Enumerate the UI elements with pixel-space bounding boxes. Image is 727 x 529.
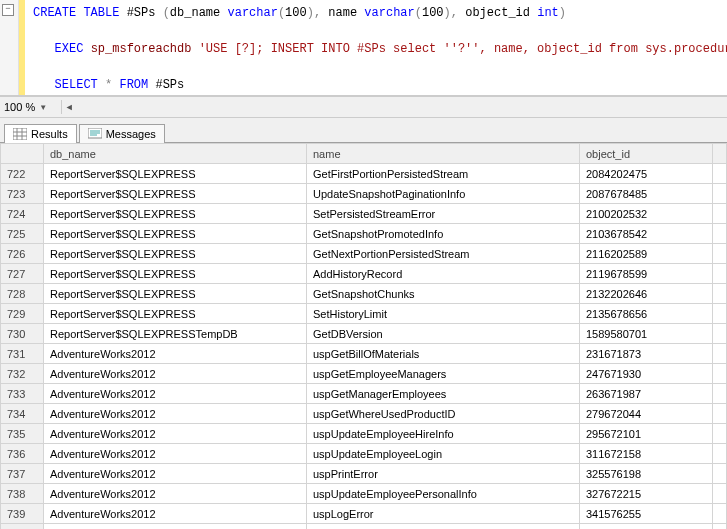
row-number[interactable]: 740 bbox=[1, 524, 44, 530]
row-number[interactable]: 729 bbox=[1, 304, 44, 324]
cell-db-name[interactable]: ReportServer$SQLEXPRESS bbox=[44, 164, 307, 184]
cell-object-id[interactable]: 2135678656 bbox=[580, 304, 713, 324]
cell-object-id[interactable]: 2087678485 bbox=[580, 184, 713, 204]
table-row[interactable]: 736AdventureWorks2012uspUpdateEmployeeLo… bbox=[1, 444, 727, 464]
row-number[interactable]: 727 bbox=[1, 264, 44, 284]
rowheader-blank[interactable] bbox=[1, 144, 44, 164]
row-number[interactable]: 730 bbox=[1, 324, 44, 344]
cell-db-name[interactable]: ReportServer$SQLEXPRESS bbox=[44, 244, 307, 264]
cell-object-id[interactable]: 2103678542 bbox=[580, 224, 713, 244]
cell-db-name[interactable]: AdventureWorks2012 bbox=[44, 504, 307, 524]
chevron-down-icon[interactable]: ▼ bbox=[39, 103, 47, 112]
row-number[interactable]: 731 bbox=[1, 344, 44, 364]
row-number[interactable]: 733 bbox=[1, 384, 44, 404]
cell-db-name[interactable]: AdventureWorks2012 bbox=[44, 384, 307, 404]
cell-name[interactable]: uspUpdateEmployeeLogin bbox=[307, 444, 580, 464]
row-number[interactable]: 739 bbox=[1, 504, 44, 524]
cell-db-name[interactable]: AdventureWorks2012 bbox=[44, 484, 307, 504]
cell-object-id[interactable]: 295672101 bbox=[580, 424, 713, 444]
table-row[interactable]: 732AdventureWorks2012uspGetEmployeeManag… bbox=[1, 364, 727, 384]
table-row[interactable]: 738AdventureWorks2012uspUpdateEmployeePe… bbox=[1, 484, 727, 504]
cell-name[interactable]: GetNextPortionPersistedStream bbox=[307, 244, 580, 264]
code-text[interactable]: CREATE TABLE #SPs (db_name varchar(100),… bbox=[25, 0, 727, 95]
results-grid-container[interactable]: db_name name object_id 722ReportServer$S… bbox=[0, 143, 727, 529]
cell-db-name[interactable]: AdventureWorks2012 bbox=[44, 404, 307, 424]
row-number[interactable]: 722 bbox=[1, 164, 44, 184]
table-row[interactable]: 728ReportServer$SQLEXPRESSGetSnapshotChu… bbox=[1, 284, 727, 304]
cell-object-id[interactable]: 2119678599 bbox=[580, 264, 713, 284]
sql-editor[interactable]: − CREATE TABLE #SPs (db_name varchar(100… bbox=[0, 0, 727, 96]
collapse-region-icon[interactable]: − bbox=[2, 4, 14, 16]
zoom-level[interactable]: 100 % bbox=[4, 101, 35, 113]
tab-messages[interactable]: Messages bbox=[79, 124, 165, 143]
cell-db-name[interactable]: AdventureWorks2012 bbox=[44, 344, 307, 364]
row-number[interactable]: 735 bbox=[1, 424, 44, 444]
cell-object-id[interactable]: 231671873 bbox=[580, 344, 713, 364]
table-row[interactable]: 724ReportServer$SQLEXPRESSSetPersistedSt… bbox=[1, 204, 727, 224]
cell-db-name[interactable]: AdventureWorks2012 bbox=[44, 364, 307, 384]
column-header-object-id[interactable]: object_id bbox=[580, 144, 713, 164]
cell-db-name[interactable]: ReportServer$SQLEXPRESS bbox=[44, 304, 307, 324]
scroll-left-icon[interactable]: ◄ bbox=[62, 100, 76, 114]
cell-object-id[interactable]: 341576255 bbox=[580, 504, 713, 524]
cell-name[interactable]: AddHistoryRecord bbox=[307, 264, 580, 284]
cell-object-id[interactable]: 327672215 bbox=[580, 484, 713, 504]
cell-db-name[interactable]: ReportServer$SQLEXPRESS bbox=[44, 204, 307, 224]
results-grid[interactable]: db_name name object_id 722ReportServer$S… bbox=[0, 143, 727, 529]
cell-name[interactable]: uspLogError bbox=[307, 504, 580, 524]
cell-db-name[interactable]: AdventureWorks2012 bbox=[44, 464, 307, 484]
cell-name[interactable]: uspUpdateEmployeeHireInfo bbox=[307, 424, 580, 444]
table-row[interactable]: 725ReportServer$SQLEXPRESSGetSnapshotPro… bbox=[1, 224, 727, 244]
row-number[interactable]: 724 bbox=[1, 204, 44, 224]
tab-results[interactable]: Results bbox=[4, 124, 77, 143]
row-number[interactable]: 737 bbox=[1, 464, 44, 484]
horizontal-scrollbar[interactable]: ◄ bbox=[61, 100, 727, 114]
cell-name[interactable]: UpdateSnapshotPaginationInfo bbox=[307, 184, 580, 204]
table-row[interactable]: 726ReportServer$SQLEXPRESSGetNextPortion… bbox=[1, 244, 727, 264]
column-header-db[interactable]: db_name bbox=[44, 144, 307, 164]
row-number[interactable]: 723 bbox=[1, 184, 44, 204]
cell-name[interactable]: SetHistoryLimit bbox=[307, 304, 580, 324]
cell-name[interactable]: uspGetWhereUsedProductID bbox=[307, 404, 580, 424]
table-row[interactable]: 727ReportServer$SQLEXPRESSAddHistoryReco… bbox=[1, 264, 727, 284]
cell-name[interactable]: uspUpdateEmployeePersonalInfo bbox=[307, 484, 580, 504]
cell-object-id[interactable]: 279672044 bbox=[580, 404, 713, 424]
cell-object-id[interactable]: 2116202589 bbox=[580, 244, 713, 264]
row-number[interactable]: 726 bbox=[1, 244, 44, 264]
cell-object-id[interactable]: 247671930 bbox=[580, 364, 713, 384]
cell-object-id[interactable]: 343672272 bbox=[580, 524, 713, 530]
row-number[interactable]: 736 bbox=[1, 444, 44, 464]
row-number[interactable]: 728 bbox=[1, 284, 44, 304]
table-row[interactable]: 722ReportServer$SQLEXPRESSGetFirstPortio… bbox=[1, 164, 727, 184]
cell-db-name[interactable]: ReportServer$SQLEXPRESS bbox=[44, 224, 307, 244]
table-row[interactable]: 734AdventureWorks2012uspGetWhereUsedProd… bbox=[1, 404, 727, 424]
table-row[interactable]: 729ReportServer$SQLEXPRESSSetHistoryLimi… bbox=[1, 304, 727, 324]
cell-object-id[interactable]: 263671987 bbox=[580, 384, 713, 404]
cell-name[interactable]: GetSnapshotChunks bbox=[307, 284, 580, 304]
row-number[interactable]: 725 bbox=[1, 224, 44, 244]
column-header-name[interactable]: name bbox=[307, 144, 580, 164]
table-row[interactable]: 739AdventureWorks2012uspLogError34157625… bbox=[1, 504, 727, 524]
cell-object-id[interactable]: 2132202646 bbox=[580, 284, 713, 304]
cell-db-name[interactable]: ReportServer$SQLEXPRESSTempDB bbox=[44, 324, 307, 344]
cell-name[interactable]: GetSnapshotPromotedInfo bbox=[307, 224, 580, 244]
cell-db-name[interactable]: ReportServer$SQLEXPRESS bbox=[44, 284, 307, 304]
table-row[interactable]: 730ReportServer$SQLEXPRESSTempDBGetDBVer… bbox=[1, 324, 727, 344]
table-row[interactable]: 733AdventureWorks2012uspGetManagerEmploy… bbox=[1, 384, 727, 404]
cell-object-id[interactable]: 311672158 bbox=[580, 444, 713, 464]
table-row[interactable]: 735AdventureWorks2012uspUpdateEmployeeHi… bbox=[1, 424, 727, 444]
cell-name[interactable]: uspGetEmployeeManagers bbox=[307, 364, 580, 384]
table-row[interactable]: 731AdventureWorks2012uspGetBillOfMateria… bbox=[1, 344, 727, 364]
cell-object-id[interactable]: 325576198 bbox=[580, 464, 713, 484]
table-row[interactable]: 740AdventureWorks2012uspSearchCandidateR… bbox=[1, 524, 727, 530]
cell-db-name[interactable]: AdventureWorks2012 bbox=[44, 424, 307, 444]
cell-name[interactable]: SetPersistedStreamError bbox=[307, 204, 580, 224]
cell-name[interactable]: GetDBVersion bbox=[307, 324, 580, 344]
cell-name[interactable]: uspGetBillOfMaterials bbox=[307, 344, 580, 364]
cell-object-id[interactable]: 1589580701 bbox=[580, 324, 713, 344]
row-number[interactable]: 734 bbox=[1, 404, 44, 424]
table-row[interactable]: 723ReportServer$SQLEXPRESSUpdateSnapshot… bbox=[1, 184, 727, 204]
cell-name[interactable]: uspGetManagerEmployees bbox=[307, 384, 580, 404]
row-number[interactable]: 738 bbox=[1, 484, 44, 504]
cell-db-name[interactable]: AdventureWorks2012 bbox=[44, 524, 307, 530]
